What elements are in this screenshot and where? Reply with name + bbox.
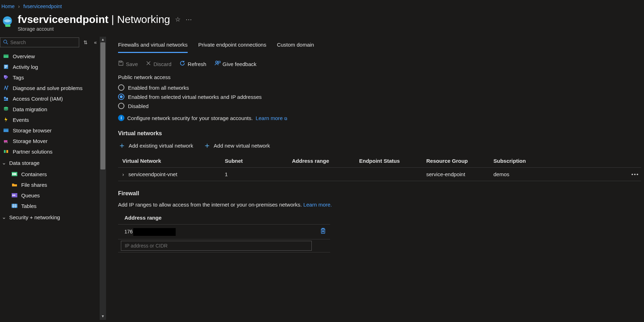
- sidebar-item-overview[interactable]: Overview: [0, 51, 104, 61]
- sidebar-item-data-migration[interactable]: Data migration: [0, 104, 104, 114]
- storage-account-icon: [1, 16, 13, 28]
- search-icon: [3, 40, 8, 46]
- vnet-row: › serviceendpoint-vnet 1 service-endpoin…: [118, 168, 641, 181]
- breadcrumb-home[interactable]: Home: [1, 4, 14, 9]
- sidebar-group-label: Data storage: [9, 160, 40, 166]
- sidebar-item-tables[interactable]: Tables: [0, 201, 104, 211]
- vnet-name: serviceendpoint-vnet: [128, 171, 177, 177]
- svg-point-13: [6, 98, 8, 100]
- svg-rect-30: [14, 195, 15, 196]
- address-range-input[interactable]: [121, 241, 312, 251]
- svg-rect-21: [4, 150, 6, 153]
- sidebar-item-label: Queues: [21, 192, 40, 198]
- svg-rect-22: [6, 150, 8, 153]
- radio-disabled[interactable]: Disabled: [118, 101, 644, 111]
- svg-rect-28: [12, 195, 13, 196]
- tab-custom-domain[interactable]: Custom domain: [277, 39, 314, 53]
- sidebar-item-iam[interactable]: Access Control (IAM): [0, 93, 104, 104]
- learn-more-link[interactable]: Learn more ⧉: [256, 115, 287, 121]
- pin-star-icon[interactable]: ☆: [175, 16, 181, 23]
- svg-point-19: [5, 142, 6, 143]
- feedback-button[interactable]: Give feedback: [214, 60, 257, 68]
- more-icon[interactable]: ⋯: [186, 16, 192, 23]
- row-context-menu-icon[interactable]: •••: [627, 171, 641, 177]
- breadcrumb-current[interactable]: fvserviceendpoint: [23, 4, 62, 9]
- sort-icon[interactable]: ⇅: [82, 40, 89, 45]
- partner-icon: [3, 148, 9, 155]
- sidebar-item-storage-browser[interactable]: Storage browser: [0, 125, 104, 136]
- scrollbar[interactable]: ▲ ▼: [100, 37, 106, 320]
- refresh-button[interactable]: Refresh: [179, 60, 206, 68]
- toolbar-label: Give feedback: [223, 61, 257, 67]
- sidebar-item-storage-mover[interactable]: Storage Mover: [0, 136, 104, 146]
- sidebar-item-label: Data migration: [13, 106, 47, 112]
- vnet-heading: Virtual networks: [118, 130, 644, 137]
- sidebar-search[interactable]: [0, 37, 79, 47]
- discard-icon: [146, 60, 151, 67]
- discard-button[interactable]: Discard: [146, 60, 171, 67]
- add-existing-vnet-button[interactable]: ＋ Add existing virtual network: [118, 142, 193, 149]
- main-content: Firewalls and virtual networks Private e…: [106, 37, 644, 320]
- tab-firewalls[interactable]: Firewalls and virtual networks: [118, 39, 188, 53]
- sidebar-item-events[interactable]: Events: [0, 114, 104, 125]
- sidebar-item-label: Access Control (IAM): [13, 96, 63, 102]
- sidebar-item-label: Storage Mover: [13, 138, 47, 144]
- col-header: Address range: [292, 158, 359, 164]
- toolbar-label: Discard: [153, 61, 171, 67]
- address-row: 176: [118, 224, 330, 239]
- svg-rect-18: [4, 140, 7, 142]
- col-header: Virtual Network: [122, 158, 225, 164]
- svg-rect-8: [5, 66, 7, 67]
- firewall-learn-more-link[interactable]: Learn more.: [303, 202, 332, 208]
- scroll-up-icon[interactable]: ▲: [100, 37, 105, 42]
- address-range-header: Address range: [118, 213, 644, 224]
- sidebar-item-queues[interactable]: Queues: [0, 190, 104, 201]
- svg-rect-36: [120, 61, 122, 62]
- sidebar-group-data-storage[interactable]: ⌄ Data storage: [0, 157, 104, 169]
- file-shares-icon: [11, 181, 18, 188]
- sidebar-item-label: File shares: [21, 182, 47, 188]
- collapse-sidebar-icon[interactable]: «: [92, 40, 99, 45]
- activity-log-icon: [3, 64, 9, 70]
- save-button[interactable]: Save: [118, 60, 138, 67]
- tabs: Firewalls and virtual networks Private e…: [118, 39, 644, 53]
- radio-icon: [118, 94, 124, 100]
- svg-point-20: [7, 142, 8, 143]
- sidebar-item-label: Tags: [13, 74, 24, 80]
- storage-browser-icon: [3, 127, 9, 133]
- sidebar-item-activity-log[interactable]: Activity log: [0, 61, 104, 72]
- row-expander-icon[interactable]: ›: [122, 171, 127, 177]
- svg-point-39: [216, 61, 218, 63]
- col-header: Subscription: [493, 158, 561, 164]
- sidebar-item-label: Diagnose and solve problems: [13, 85, 83, 91]
- add-new-vnet-button[interactable]: ＋ Add new virtual network: [203, 142, 270, 149]
- delete-address-button[interactable]: [316, 228, 330, 236]
- page-header: fvserviceendpoint | Networking ☆ ⋯ Stora…: [0, 11, 644, 37]
- radio-enabled-all[interactable]: Enabled from all networks: [118, 83, 644, 92]
- sidebar-item-label: Overview: [13, 53, 35, 59]
- scroll-down-icon[interactable]: ▼: [100, 314, 105, 319]
- info-text: Configure network security for your stor…: [127, 115, 253, 121]
- sidebar-item-label: Containers: [21, 171, 47, 177]
- address-input-row: [118, 239, 330, 252]
- plus-icon: ＋: [118, 142, 126, 149]
- public-access-label: Public network access: [118, 74, 644, 80]
- sidebar-item-tags[interactable]: Tags: [0, 72, 104, 83]
- chevron-right-icon: ›: [18, 4, 20, 9]
- scroll-thumb[interactable]: [100, 42, 105, 169]
- sidebar-item-file-shares[interactable]: File shares: [0, 179, 104, 190]
- containers-icon: [11, 171, 18, 177]
- search-input[interactable]: [10, 40, 76, 45]
- sidebar-item-containers[interactable]: Containers: [0, 169, 104, 179]
- radio-enabled-selected[interactable]: Enabled from selected virtual networks a…: [118, 92, 644, 101]
- tables-icon: [11, 203, 18, 209]
- info-banner: i Configure network security for your st…: [118, 111, 644, 121]
- col-header: Subnet: [225, 158, 292, 164]
- toolbar-label: Save: [126, 61, 138, 67]
- external-link-icon: ⧉: [284, 116, 287, 121]
- sidebar-group-security[interactable]: ⌄ Security + networking: [0, 211, 104, 223]
- tab-private-endpoints[interactable]: Private endpoint connections: [198, 39, 267, 53]
- save-icon: [118, 60, 124, 67]
- sidebar-item-diagnose[interactable]: Diagnose and solve problems: [0, 83, 104, 93]
- sidebar-item-partner-solutions[interactable]: Partner solutions: [0, 146, 104, 157]
